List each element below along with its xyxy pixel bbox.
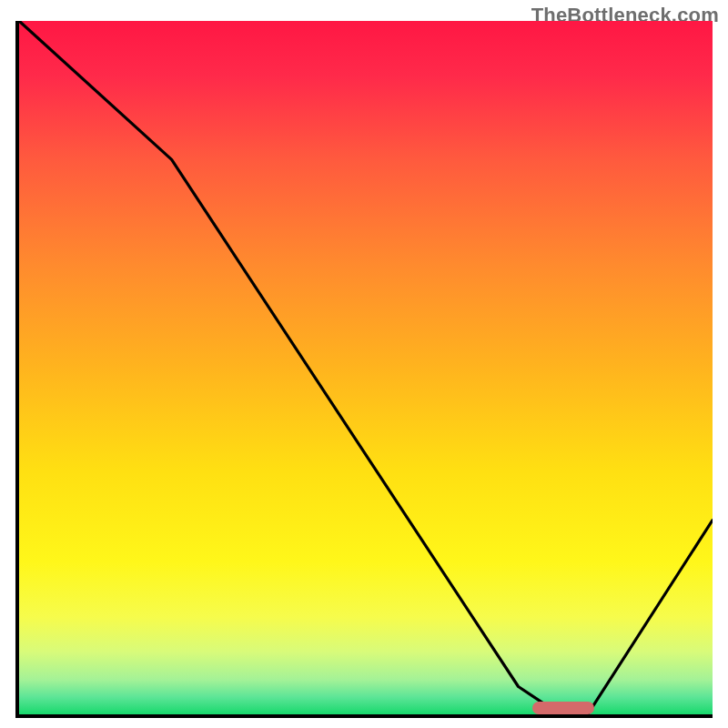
optimal-range-marker	[532, 702, 595, 714]
chart-root: TheBottleneck.com	[0, 0, 728, 728]
plot-area	[19, 21, 713, 714]
axes-frame	[15, 21, 713, 718]
bottleneck-curve	[19, 21, 713, 714]
